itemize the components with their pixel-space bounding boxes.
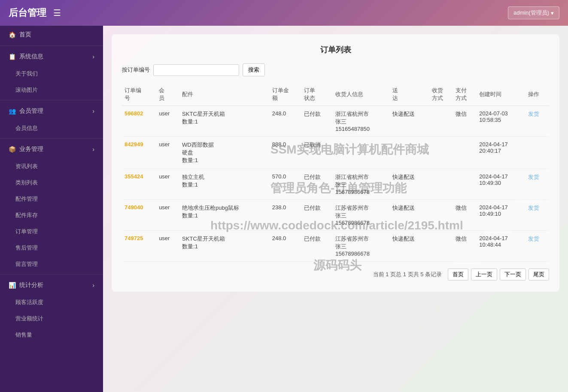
col-product: 配件 [179,83,270,106]
col-receive: 收货方式 [429,83,453,106]
col-delivery: 送达 [390,83,430,106]
col-action: 操作 [525,83,549,106]
member-cell: user [156,200,179,231]
pagination-info: 当前 1 页总 1 页共 5 条记录 [373,271,442,278]
sidebar-group-member[interactable]: 👥 会员管理 › [0,102,103,120]
first-page-button[interactable]: 首页 [448,268,468,280]
status-cell: 已取消 [301,137,333,169]
sidebar: 🏠 首页 📋 系统信息 › 关于我们 滚动图片 👥 会员管理 › 会员信息 [0,26,103,392]
amount-cell: 248.0 [270,106,301,137]
receive-method-cell [429,137,453,169]
search-input[interactable] [153,64,239,76]
delivery-cell [390,137,430,169]
col-status: 订单状态 [301,83,333,106]
stats-icon: 📊 [9,282,16,289]
delivery-cell: 快递配送 [390,169,430,200]
hamburger-button[interactable]: ☰ [53,8,61,18]
col-created: 创建时间 [477,83,525,106]
product-cell: SKTC星开天机箱数量:1 [179,231,270,262]
product-cell: WD西部数据硬盘数量:1 [179,137,270,169]
receiver-cell [333,137,389,169]
receiver-cell: 浙江省杭州市张三15678986678 [333,169,389,200]
sidebar-item-home[interactable]: 🏠 首页 [0,26,103,44]
status-cell: 已付款 [301,200,333,231]
prev-page-button[interactable]: 上一页 [471,268,497,280]
search-button[interactable]: 搜索 [243,63,265,76]
sidebar-item-category[interactable]: 类别列表 [0,175,103,191]
chevron-right-icon: › [92,146,94,153]
sidebar-item-messages[interactable]: 留言管理 [0,256,103,272]
col-member: 会员 [156,83,179,106]
sidebar-item-customer-activity[interactable]: 顾客活跃度 [0,294,103,311]
ship-action-link[interactable]: 发货 [528,235,539,242]
sidebar-group-system[interactable]: 📋 系统信息 › [0,48,103,66]
receiver-cell: 江苏省苏州市张三15678986678 [333,231,389,262]
table-row: 842949 user WD西部数据硬盘数量:1 888.0 已取消 2024-… [122,137,549,169]
member-cell: user [156,137,179,169]
business-icon: 📦 [9,146,16,153]
search-bar: 按订单编号 搜索 [122,63,549,76]
site-title: 后台管理 [9,6,46,19]
sidebar-item-revenue[interactable]: 营业额统计 [0,311,103,327]
created-cell: 2024-04-1710:49:30 [477,169,525,200]
ship-action-link[interactable]: 发货 [528,205,539,211]
status-cell: 已付款 [301,231,333,262]
page-title: 订单列表 [122,45,549,55]
sidebar-item-slider[interactable]: 滚动图片 [0,82,103,98]
member-cell: user [156,231,179,262]
delivery-cell: 快递配送 [390,106,430,137]
order-id-cell: 749725 [122,231,156,262]
receiver-cell: 浙江省杭州市张三15165487850 [333,106,389,137]
chevron-right-icon: › [92,108,94,115]
last-page-button[interactable]: 尾页 [529,268,549,280]
created-cell: 2024-04-1710:49:10 [477,200,525,231]
order-id-cell: 842949 [122,137,156,169]
home-icon: 🏠 [9,31,16,38]
sidebar-item-parts[interactable]: 配件管理 [0,191,103,207]
receive-method-cell [429,200,453,231]
sidebar-item-member-info[interactable]: 会员信息 [0,120,103,136]
col-payment: 支付方式 [453,83,477,106]
col-amount: 订单金额 [270,83,301,106]
sidebar-item-inventory[interactable]: 配件库存 [0,207,103,223]
sidebar-item-sales[interactable]: 销售量 [0,327,103,343]
header: 后台管理 ☰ admin(管理员) ▾ [0,0,568,26]
receiver-cell: 江苏省苏州市张三15678986678 [333,200,389,231]
chevron-down-icon: ▾ [551,10,554,16]
action-cell: 发货 [525,169,549,200]
delivery-cell: 快递配送 [390,231,430,262]
receive-method-cell [429,231,453,262]
ship-action-link[interactable]: 发货 [528,174,539,180]
sidebar-item-aftersale[interactable]: 售后管理 [0,240,103,256]
amount-cell: 248.0 [270,231,301,262]
member-cell: user [156,169,179,200]
payment-cell: 微信 [453,200,477,231]
order-id-cell: 749040 [122,200,156,231]
sidebar-group-stats[interactable]: 📊 统计分析 › [0,276,103,294]
sidebar-item-orders[interactable]: 订单管理 [0,223,103,240]
sidebar-group-business[interactable]: 📦 业务管理 › [0,140,103,158]
delivery-cell: 快递配送 [390,200,430,231]
next-page-button[interactable]: 下一页 [500,268,526,280]
amount-cell: 570.0 [270,169,301,200]
product-cell: 独立主机数量:1 [179,169,270,200]
header-right: admin(管理员) ▾ [508,6,559,19]
status-cell: 已付款 [301,169,333,200]
admin-menu-button[interactable]: admin(管理员) ▾ [508,6,559,19]
action-cell [525,137,549,169]
order-id-cell: 355424 [122,169,156,200]
col-order-id: 订单编号 [122,83,156,106]
created-cell: 2024-07-0310:58:35 [477,106,525,137]
chevron-right-icon: › [92,53,94,60]
sidebar-item-news[interactable]: 资讯列表 [0,158,103,175]
sidebar-item-about[interactable]: 关于我们 [0,66,103,82]
amount-cell: 888.0 [270,137,301,169]
receive-method-cell [429,169,453,200]
orders-table: 订单编号 会员 配件 订单金额 订单状态 收货人信息 送达 收货方式 支付方式 … [122,83,549,262]
pagination-area: 当前 1 页总 1 页共 5 条记录 首页 上一页 下一页 尾页 [122,268,549,280]
member-cell: user [156,106,179,137]
receive-method-cell [429,106,453,137]
product-cell: SKTC星开天机箱数量:1 [179,106,270,137]
ship-action-link[interactable]: 发货 [528,111,539,117]
col-receiver: 收货人信息 [333,83,389,106]
